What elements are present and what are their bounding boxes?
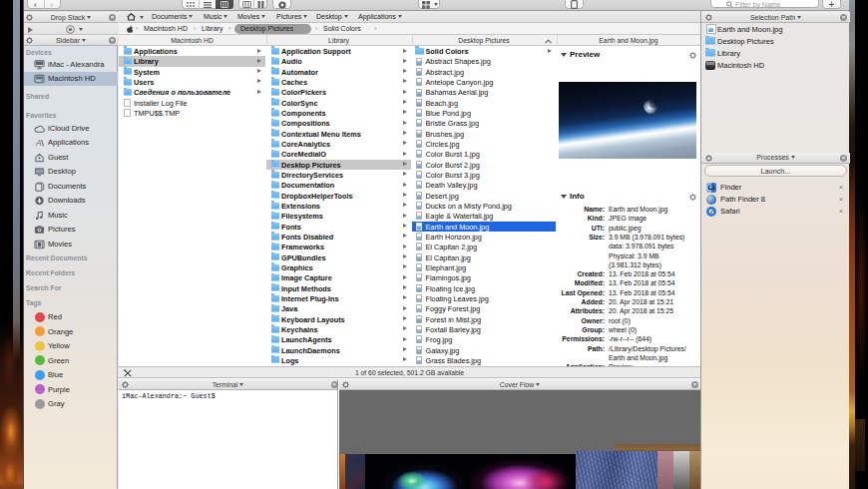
svg-text:A: A	[35, 139, 42, 148]
